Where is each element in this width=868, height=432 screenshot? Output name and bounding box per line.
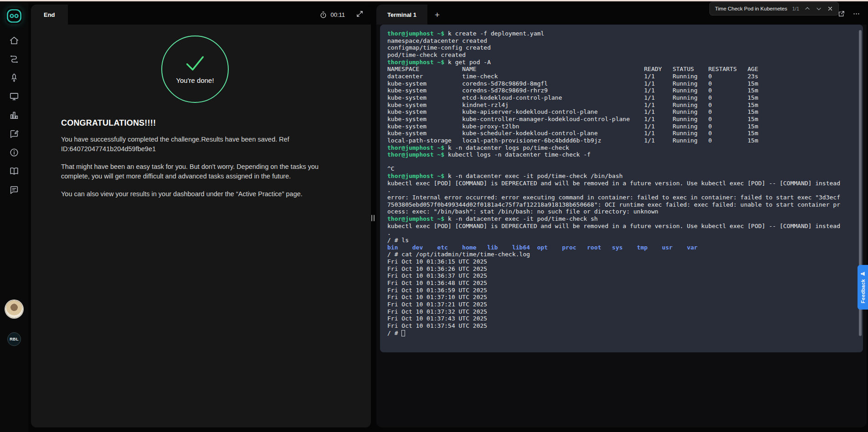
sidebar: RBL [0, 1, 28, 432]
dashboard-paragraph: You can also view your results in your d… [61, 189, 329, 199]
terminal-line: kube-system kube-scheduler-kodekloud-con… [387, 130, 857, 137]
instructions-header: End 00:11 [31, 5, 371, 25]
rocket-icon [9, 73, 19, 83]
home-icon [9, 36, 19, 46]
terminal-line: kube-system coredns-5d78c9869d-rhrz9 1/1… [387, 87, 857, 94]
more-options-icon [853, 10, 860, 18]
terminal-line: local-path-storage local-path-provisione… [387, 137, 857, 144]
terminal-line: thor@jumphost ~$ kubectl logs -n datacen… [387, 151, 857, 158]
sidebar-item-info[interactable] [6, 147, 22, 158]
instructions-content: You're done! CONGRATULATIONS!!!! You hav… [31, 25, 371, 199]
terminal-line: Fri Oct 10 01:37:21 UTC 2025 [387, 301, 857, 308]
terminal-line: Fri Oct 10 01:36:15 UTC 2025 [387, 258, 857, 265]
checkmark-icon [182, 55, 208, 73]
close-challenge-bar-button[interactable] [827, 5, 833, 12]
sidebar-nav [0, 35, 28, 195]
terminal-line: Fri Oct 10 01:36:37 UTC 2025 [387, 272, 857, 280]
close-icon [827, 5, 833, 12]
sidebar-item-challenges[interactable] [6, 72, 22, 83]
terminal-line: Fri Oct 10 01:36:26 UTC 2025 [387, 265, 857, 273]
sidebar-item-playgrounds[interactable] [6, 91, 22, 102]
terminal-line: / # [387, 330, 857, 337]
result-paragraph: You have successfully completed the chal… [61, 135, 329, 153]
terminal-line: / # cat /opt/itadmin/time/time-check.log [387, 251, 857, 258]
top-accent-strip [0, 0, 868, 1]
terminal-line: thor@jumphost ~$ k -n datacenter exec -i… [387, 215, 857, 223]
chevron-down-icon [816, 5, 822, 12]
stopwatch-icon [319, 11, 327, 19]
terminal-line: ^C [387, 165, 857, 173]
kodekloud-logo[interactable] [6, 8, 22, 24]
terminal-line: datacenter time-check 1/1 Running 0 23s [387, 73, 857, 80]
terminal-cursor [401, 330, 405, 336]
challenge-bar: Time Check Pod in Kubernetes 1/1 [709, 2, 839, 15]
terminal-line: kubectl exec [POD] [COMMAND] is DEPRECAT… [387, 223, 857, 230]
compose-message-icon [9, 129, 19, 139]
sidebar-item-learning-path[interactable] [6, 54, 22, 65]
terminal-line: kube-system kube-controller-manager-kode… [387, 116, 857, 123]
terminal-line: Fri Oct 10 01:37:10 UTC 2025 [387, 294, 857, 301]
next-challenge-button[interactable] [816, 5, 822, 12]
tab-terminal-1[interactable]: Terminal 1 [376, 5, 427, 25]
done-label: You're done! [176, 76, 214, 84]
terminal-line: Fri Oct 10 01:37:32 UTC 2025 [387, 308, 857, 315]
expand-button[interactable] [356, 10, 364, 19]
terminal-line: kube-system kube-apiserver-kodekloud-con… [387, 108, 857, 116]
sidebar-bottom: RBL [0, 300, 28, 346]
panel-resize-handle[interactable] [371, 215, 375, 221]
terminal-line: / # ls [387, 237, 857, 244]
sidebar-item-docs[interactable] [6, 166, 22, 177]
difficulty-paragraph: That might have been an easy task for yo… [61, 162, 329, 181]
prev-challenge-button[interactable] [804, 5, 811, 12]
expand-icon [356, 10, 364, 18]
terminal-line: NAMESPACE NAME READY STATUS RESTARTS AGE [387, 66, 857, 73]
terminal-line: . [387, 229, 857, 237]
monitor-icon [9, 91, 19, 102]
terminal-line: thor@jumphost ~$ k create -f deployment.… [387, 30, 857, 37]
learning-path-icon [9, 54, 19, 64]
terminal-line: thor@jumphost ~$ k -n datacenter logs po… [387, 144, 857, 152]
terminal-line: ocess: exec: "/bin/bash": stat /bin/bash… [387, 208, 857, 215]
terminal-line: kube-system coredns-5d78c9869d-8mgfl 1/1… [387, 80, 857, 87]
instructions-panel: End 00:11 You're done! CONGRATULATIONS!!… [31, 5, 371, 427]
chevron-up-icon [804, 5, 811, 12]
chat-icon [9, 185, 19, 195]
info-icon [9, 147, 19, 158]
terminal-line: bin dev etc home lib lib64 opt proc root… [387, 244, 857, 251]
user-avatar[interactable] [5, 300, 23, 318]
terminal-line: namespace/datacenter created [387, 37, 857, 45]
terminal-line: Fri Oct 10 01:36:48 UTC 2025 [387, 280, 857, 287]
sidebar-item-leaderboard[interactable] [6, 110, 22, 121]
sidebar-item-feedback-compose[interactable] [6, 128, 22, 139]
timer: 00:11 [319, 11, 345, 19]
terminal[interactable]: thor@jumphost ~$ k create -f deployment.… [380, 25, 863, 352]
terminal-panel: Terminal 1 + thor@jumphost ~$ k create -… [376, 5, 867, 427]
leaderboard-icon [9, 110, 19, 120]
terminal-line: 7503805ebd057f0b499344d02f0181a4c75f7af1… [387, 201, 857, 208]
terminal-line: . [387, 187, 857, 194]
terminal-line: configmap/time-config created [387, 44, 857, 51]
terminal-line: kubectl exec [POD] [COMMAND] is DEPRECAT… [387, 180, 857, 187]
challenge-counter: 1/1 [792, 6, 799, 11]
terminal-line: Fri Oct 10 01:37:43 UTC 2025 [387, 315, 857, 322]
more-options-button[interactable] [853, 10, 860, 19]
terminal-line: kube-system kindnet-rzl4j 1/1 Running 0 … [387, 102, 857, 109]
terminal-line: thor@jumphost ~$ k get pod -A [387, 59, 857, 66]
challenge-title: Time Check Pod in Kubernetes [715, 6, 787, 11]
terminal-line: thor@jumphost ~$ k -n datacenter exec -i… [387, 173, 857, 180]
terminal-line: kube-system etcd-kodekloud-control-plane… [387, 94, 857, 102]
success-circle: You're done! [161, 36, 229, 103]
workspace-badge[interactable]: RBL [7, 332, 21, 346]
feedback-label: Feedback [860, 279, 866, 303]
terminal-line [387, 158, 857, 166]
book-icon [9, 166, 19, 176]
tab-end[interactable]: End [31, 5, 68, 25]
terminal-line: error: Internal error occurred: error ex… [387, 194, 857, 201]
congrats-heading: CONGRATULATIONS!!!! [61, 118, 329, 128]
terminal-line: pod/time-check created [387, 51, 857, 59]
feedback-tab[interactable]: Feedback [858, 265, 868, 310]
sidebar-item-support-chat[interactable] [6, 184, 22, 195]
add-terminal-button[interactable]: + [435, 10, 440, 19]
timer-value: 00:11 [330, 11, 345, 18]
sidebar-item-home[interactable] [6, 35, 22, 46]
